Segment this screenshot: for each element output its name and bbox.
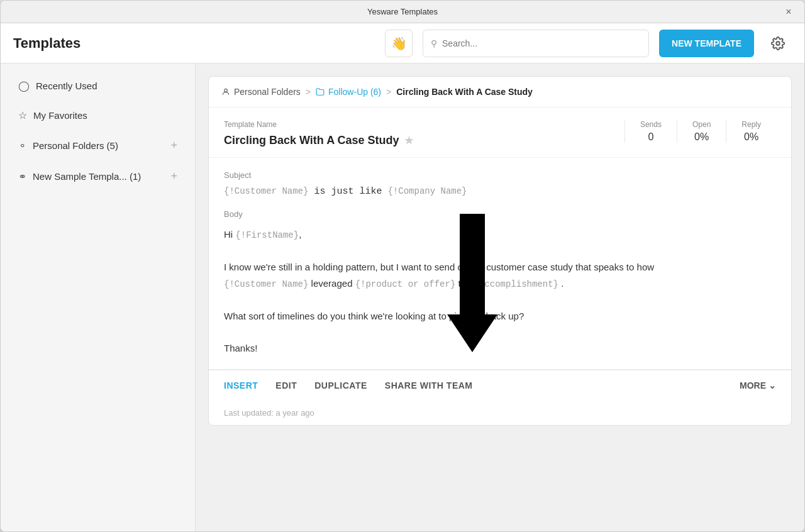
breadcrumb-follow-up-link[interactable]: Follow-Up (6) xyxy=(328,87,381,97)
chevron-down-icon: ⌄ xyxy=(769,380,776,391)
sidebar-item-new-sample[interactable]: ⚭ New Sample Templa... (1) + xyxy=(6,161,190,192)
subject-line: {!Customer Name} is just like {!Company … xyxy=(224,186,776,197)
template-name-label: Template Name xyxy=(224,120,625,129)
merge-company-name: {!Company Name} xyxy=(387,186,467,196)
breadcrumb-sep-1: > xyxy=(306,87,311,97)
group-icon: ⚭ xyxy=(18,170,26,182)
sidebar-item-my-favorites[interactable]: ☆ My Favorites xyxy=(6,101,190,130)
template-header: Template Name Circling Back With A Case … xyxy=(209,108,791,158)
new-template-button[interactable]: NEW TEMPLATE xyxy=(659,30,754,57)
app-title: Templates xyxy=(13,35,80,52)
template-card: Personal Folders > Follow-Up (6) > Circl… xyxy=(208,76,792,426)
personal-folders-label: Personal Folders (5) xyxy=(33,140,164,151)
title-bar: Yesware Templates × xyxy=(1,1,804,23)
insert-button[interactable]: INSERT xyxy=(224,380,258,391)
my-favorites-label: My Favorites xyxy=(33,110,87,121)
merge-customer-name-body: {!Customer Name} xyxy=(224,279,308,289)
main-layout: ◯ Recently Used ☆ My Favorites ⚬ Persona… xyxy=(1,64,804,531)
person-icon: ⚬ xyxy=(18,140,26,152)
settings-icon[interactable] xyxy=(764,30,792,57)
svg-point-1 xyxy=(225,89,228,92)
body-label: Body xyxy=(224,209,776,219)
share-with-team-button[interactable]: SHARE WITH TEAM xyxy=(385,380,473,391)
breadcrumb-current: Circling Back With A Case Study xyxy=(396,87,533,97)
window-title: Yesware Templates xyxy=(367,7,438,16)
template-name-section: Template Name Circling Back With A Case … xyxy=(224,120,625,147)
duplicate-button[interactable]: DUPLICATE xyxy=(314,380,367,391)
wave-button[interactable]: 👋 xyxy=(385,30,413,57)
template-name: Circling Back With A Case Study ★ xyxy=(224,134,625,147)
sidebar: ◯ Recently Used ☆ My Favorites ⚬ Persona… xyxy=(1,64,196,531)
breadcrumb-personal-folders: Personal Folders xyxy=(221,87,301,97)
template-stats: Sends 0 Open 0% Reply 0% xyxy=(625,120,776,143)
recently-used-label: Recently Used xyxy=(36,80,97,91)
svg-point-0 xyxy=(776,42,780,45)
template-footer: Last updated: a year ago xyxy=(209,401,791,425)
breadcrumb-sep-2: > xyxy=(386,87,391,97)
add-folder-icon[interactable]: + xyxy=(170,139,177,152)
search-box: ⚲ xyxy=(423,30,649,57)
breadcrumb: Personal Folders > Follow-Up (6) > Circl… xyxy=(209,77,791,108)
merge-customer-name: {!Customer Name} xyxy=(224,186,308,196)
last-updated: Last updated: a year ago xyxy=(224,408,314,418)
merge-accomplishment: {!accomplishment} xyxy=(469,279,558,289)
search-icon: ⚲ xyxy=(431,38,437,48)
sidebar-item-recently-used[interactable]: ◯ Recently Used xyxy=(6,71,190,101)
open-stat: Open 0% xyxy=(677,120,726,143)
search-input[interactable] xyxy=(442,38,641,48)
header: Templates 👋 ⚲ NEW TEMPLATE xyxy=(1,23,804,64)
action-bar: INSERT EDIT DUPLICATE SHARE WITH TEAM MO… xyxy=(209,370,791,401)
subject-text: is just like xyxy=(314,186,387,197)
template-body: Subject {!Customer Name} is just like {!… xyxy=(209,158,791,369)
clock-icon: ◯ xyxy=(18,80,30,92)
add-sample-icon[interactable]: + xyxy=(170,170,177,183)
body-content: Hi {!FirstName}, I know we're still in a… xyxy=(224,226,776,357)
star-icon: ☆ xyxy=(18,109,27,121)
subject-label: Subject xyxy=(224,170,776,180)
favorite-star-icon[interactable]: ★ xyxy=(404,135,413,147)
reply-stat: Reply 0% xyxy=(726,120,776,143)
edit-button[interactable]: EDIT xyxy=(275,380,297,391)
app-window: Yesware Templates × Templates 👋 ⚲ NEW TE… xyxy=(0,0,805,532)
merge-firstname: {!FirstName} xyxy=(235,230,299,240)
breadcrumb-follow-up: Follow-Up (6) xyxy=(316,87,381,97)
content-area: Personal Folders > Follow-Up (6) > Circl… xyxy=(196,64,804,531)
new-sample-label: New Sample Templa... (1) xyxy=(33,171,164,182)
sends-stat: Sends 0 xyxy=(625,120,677,143)
merge-product-offer: {!product or offer} xyxy=(355,279,456,289)
sidebar-item-personal-folders[interactable]: ⚬ Personal Folders (5) + xyxy=(6,130,190,161)
more-button[interactable]: MORE ⌄ xyxy=(740,380,776,391)
close-button[interactable]: × xyxy=(783,6,794,18)
